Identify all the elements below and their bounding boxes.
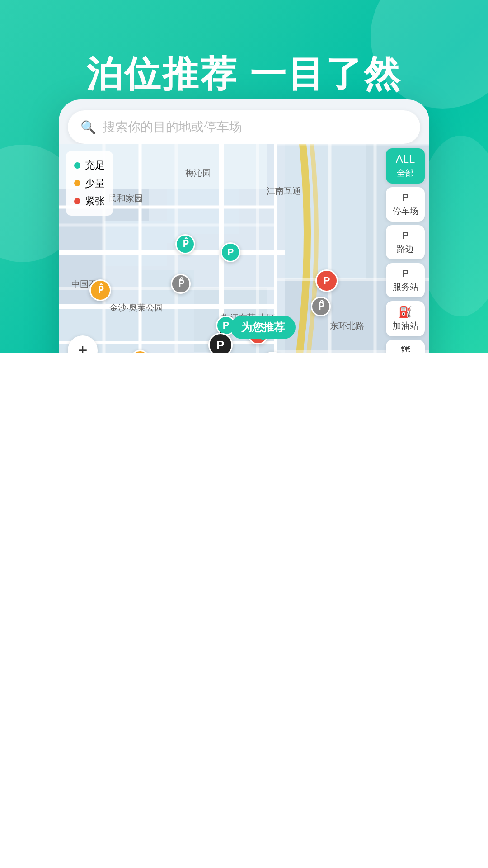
filter-service[interactable]: P 服务站 (386, 263, 425, 297)
map-label-jinsha: 金沙·奥莱公园 (109, 302, 163, 314)
filter-panel: ALL 全部 P 停车场 P 路边 P 服务站 ⛽ 加油站 (386, 148, 425, 353)
filter-all-icon: ALL (396, 153, 415, 165)
legend-item-full: 充足 (74, 156, 105, 175)
filter-gas-label: 加油站 (393, 320, 418, 332)
content-wrapper (0, 353, 488, 868)
filter-gas[interactable]: ⛽ 加油站 (386, 301, 425, 336)
pin-green-2[interactable]: P (221, 242, 240, 262)
filter-all-label: 全部 (397, 167, 414, 179)
search-bar[interactable]: 🔍 搜索你的目的地或停车场 (68, 110, 420, 144)
pin-orange-1[interactable]: P̂ (89, 279, 111, 301)
filter-roadside[interactable]: P 路边 (386, 225, 425, 259)
pin-gray-2[interactable]: P̂ (311, 297, 331, 316)
hero-section: 泊位推荐 一目了然 智能推荐就近停车场 🔍 搜索你的目的地或停车场 (0, 0, 488, 353)
pin-green-1[interactable]: P̂ (175, 234, 195, 254)
svg-rect-13 (285, 144, 366, 279)
svg-rect-2 (149, 144, 267, 189)
search-icon: 🔍 (80, 120, 96, 135)
pin-gray-1[interactable]: P̂ (171, 274, 191, 294)
map-label-meiqin: 梅沁园 (185, 167, 211, 179)
filter-all[interactable]: ALL 全部 (386, 148, 425, 184)
filter-roadside-label: 路边 (397, 243, 414, 255)
filter-roadside-icon: P (402, 230, 409, 241)
filter-parking-label: 停车场 (393, 205, 418, 217)
hero-title: 泊位推荐 一目了然 (86, 54, 402, 94)
filter-service-icon: P (402, 268, 409, 279)
app-screenshot-card: 🔍 搜索你的目的地或停车场 (59, 99, 429, 353)
recommend-bubble: 为您推荐 (230, 316, 296, 339)
legend: 充足 少量 紧张 (66, 151, 113, 216)
filter-traffic-icon: 🗺 (401, 344, 410, 353)
legend-item-tight: 紧张 (74, 192, 105, 210)
filter-service-label: 服务站 (393, 281, 418, 293)
map-label-donghuang: 东环北路 (330, 320, 364, 332)
filter-parking-icon: P (402, 192, 409, 203)
filter-traffic[interactable]: 🗺 路况查询 (386, 340, 425, 353)
search-placeholder: 搜索你的目的地或停车场 (103, 118, 242, 136)
spacer (0, 606, 488, 868)
zoom-controls: + − (68, 335, 98, 353)
map-label-jiangnan: 江南互通 (267, 185, 301, 197)
legend-item-few: 少量 (74, 175, 105, 193)
map-area[interactable]: 民和家园 梅沁园 江南互通 中国石化 金沙·奥莱公园 梅江东苑·南区 江南苑 东… (59, 144, 429, 353)
legend-dot-few (74, 180, 80, 186)
zoom-in-button[interactable]: + (68, 335, 98, 353)
pin-red-1[interactable]: P (315, 269, 338, 292)
selected-pin-group[interactable]: P (216, 333, 225, 350)
filter-parking[interactable]: P 停车场 (386, 187, 425, 222)
legend-dot-tight (74, 198, 80, 204)
map-label-minhe: 民和家园 (108, 193, 143, 204)
svg-rect-5 (104, 221, 167, 266)
legend-dot-full (74, 162, 80, 169)
filter-gas-icon: ⛽ (399, 306, 412, 318)
